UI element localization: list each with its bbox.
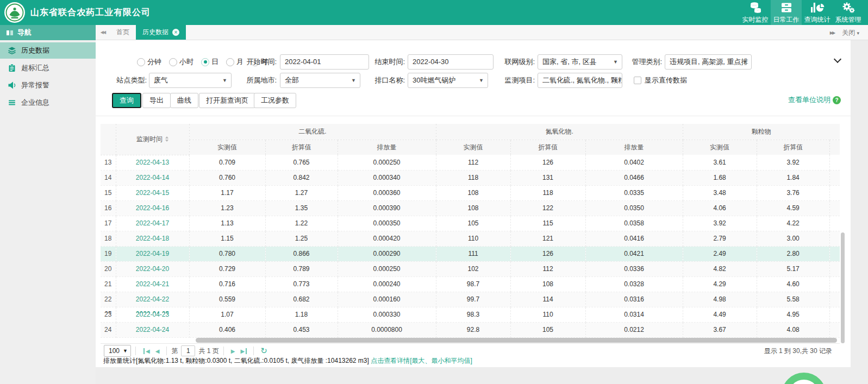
table-row[interactable]: 152022-04-151.171.270.0003601081180.0335… xyxy=(101,185,840,200)
sidebar: 导航 历史数据 超标汇总 xyxy=(0,25,96,384)
sidebar-item-company-info[interactable]: 企业信息 xyxy=(0,95,96,111)
station-type-label: 站点类型: xyxy=(103,73,147,88)
corner-header xyxy=(101,124,116,155)
station-type-select[interactable]: 废气▼ xyxy=(149,73,232,88)
content-panel: 分钟 小时 日 月 年 开始时间: 2022-04-01 结束时间: 2022-… xyxy=(96,40,851,367)
date-link[interactable]: 2022-04-19 xyxy=(116,246,189,261)
network-level-select[interactable]: 国家, 省, 市, 区县▼ xyxy=(538,54,622,70)
date-link[interactable]: 2022-04-17 xyxy=(116,216,189,231)
date-link[interactable]: 2022-04-24 xyxy=(116,322,189,337)
data-cell: 115 xyxy=(510,216,585,231)
date-link[interactable]: 2022-04-25 xyxy=(116,306,189,313)
row-index: 21 xyxy=(101,276,116,292)
list-icon xyxy=(8,98,16,107)
date-link[interactable]: 2022-04-13 xyxy=(116,155,189,170)
table-row[interactable]: 212022-04-210.7160.7730.00024098.71080.0… xyxy=(101,276,840,292)
table-row[interactable]: 192022-04-190.7800.8660.0002901111260.04… xyxy=(101,246,840,261)
row-index: 13 xyxy=(101,155,116,170)
page-size-select[interactable]: 100 ▼ xyxy=(104,345,131,357)
sidebar-item-exceed-summary[interactable]: 超标汇总 xyxy=(0,60,96,76)
partial-table-row: 25 2022-04-25 xyxy=(101,306,840,313)
nav-label: 查询统计 xyxy=(804,15,830,24)
end-date-input[interactable]: 2022-04-30 xyxy=(408,54,494,70)
time-column-header[interactable]: 监测时间 xyxy=(116,124,189,155)
nav-daily-work[interactable]: 日常工作 xyxy=(771,0,802,25)
monitor-items-select[interactable]: 二氧化硫., 氮氧化物., 颗粒▼ xyxy=(538,73,622,88)
col-header xyxy=(829,140,840,155)
radio-hour[interactable]: 小时 xyxy=(169,57,193,67)
nav-label: 日常工作 xyxy=(773,15,800,24)
date-link[interactable]: 2022-04-18 xyxy=(116,231,189,246)
sidebar-item-alarm[interactable]: 异常报警 xyxy=(0,77,96,93)
empty-cell xyxy=(829,261,840,276)
data-cell: 4.06 xyxy=(683,200,757,216)
prev-page-icon[interactable]: ◀ xyxy=(153,348,163,354)
table-row[interactable]: 222022-04-220.5590.6820.00016099.71140.0… xyxy=(101,292,840,307)
sort-icon[interactable] xyxy=(165,136,168,142)
page-number-input[interactable]: 1 xyxy=(181,345,195,356)
data-cell: 122 xyxy=(510,200,585,216)
data-cell: 1.15 xyxy=(189,231,265,246)
table-row[interactable]: 172022-04-171.131.220.0003501051150.0358… xyxy=(101,216,840,231)
condition-params-button[interactable]: 工况参数 xyxy=(254,93,296,108)
select-value: 30吨燃气锅炉 xyxy=(413,76,455,84)
tabs-scroll-right-icon[interactable]: ▶▶ xyxy=(830,30,834,35)
first-page-icon[interactable]: ◀ xyxy=(143,348,153,354)
vertical-scrollbar[interactable] xyxy=(841,232,845,343)
data-cell: 0.0000800 xyxy=(338,322,436,337)
curve-button[interactable]: 曲线 xyxy=(170,93,198,108)
tab-history-data[interactable]: 历史数据 × xyxy=(136,25,186,40)
close-tabs-menu[interactable]: 关闭 ▾ xyxy=(842,28,865,37)
tabs-scroll-left-icon[interactable]: ◀◀ xyxy=(96,25,110,40)
floating-widget-icon[interactable] xyxy=(782,373,826,384)
horizontal-scrollbar[interactable] xyxy=(196,338,837,343)
table-row[interactable]: 202022-04-200.7290.7890.0002501021120.03… xyxy=(101,261,840,276)
row-index: 22 xyxy=(101,292,116,307)
start-date-input[interactable]: 2022-04-01 xyxy=(280,54,369,70)
data-cell: 0.773 xyxy=(265,276,338,292)
date-link[interactable]: 2022-04-20 xyxy=(116,261,189,276)
date-link[interactable]: 2022-04-22 xyxy=(116,292,189,307)
nav-system-admin[interactable]: 系统管理 xyxy=(833,0,864,25)
direct-data-checkbox[interactable]: 显示直传数据 xyxy=(634,73,687,88)
table-row[interactable]: 242022-04-240.4060.4530.000080092.81050.… xyxy=(101,322,840,337)
city-select[interactable]: 全部▼ xyxy=(280,73,360,88)
sidebar-item-history-data[interactable]: 历史数据 xyxy=(0,42,96,59)
date-link[interactable]: 2022-04-16 xyxy=(116,200,189,216)
data-cell: 1.25 xyxy=(265,231,338,246)
table-row[interactable]: 162022-04-161.231.350.0003901081220.0350… xyxy=(101,200,840,216)
table-row[interactable]: 182022-04-181.151.250.0004201101210.0416… xyxy=(101,231,840,246)
query-button[interactable]: 查询 xyxy=(112,93,141,108)
data-cell: 3.67 xyxy=(683,322,757,337)
last-page-icon[interactable]: ▶ xyxy=(238,348,247,354)
top-header: 山东省联合农药工业有限公司 实时监控 xyxy=(0,0,868,25)
refresh-icon[interactable]: ↻ xyxy=(260,346,267,356)
data-cell: 4.29 xyxy=(683,276,757,292)
table-row[interactable]: 132022-04-130.7090.7650.0002501121260.04… xyxy=(101,155,840,170)
manage-type-select[interactable]: 违规项目, 高架源, 重点排▼ xyxy=(665,54,752,70)
stats-text: 排放量统计[氮氧化物:1.13 t, 颗粒物:0.0300 t, 二氧化硫.:0… xyxy=(103,357,369,364)
data-cell: 0.729 xyxy=(189,261,265,276)
nav-query-stats[interactable]: 查询统计 xyxy=(802,0,833,25)
data-cell: 0.0212 xyxy=(585,322,683,337)
stats-detail-link[interactable]: 点击查看详情[最大、最小和平均值] xyxy=(371,357,472,364)
tab-home[interactable]: 首页 xyxy=(110,25,136,40)
next-page-icon[interactable]: ▶ xyxy=(228,348,238,354)
date-link[interactable]: 2022-04-15 xyxy=(116,185,189,200)
col-header: 排放量 xyxy=(585,140,683,155)
export-button[interactable]: 导出 xyxy=(142,93,171,108)
radio-minute[interactable]: 分钟 xyxy=(137,57,161,67)
nav-realtime-monitor[interactable]: 实时监控 xyxy=(740,0,771,25)
radio-day[interactable]: 日 xyxy=(201,57,218,67)
tab-close-icon[interactable]: × xyxy=(172,29,179,36)
collapse-filters-icon[interactable] xyxy=(834,56,841,62)
open-new-query-button[interactable]: 打开新查询页 xyxy=(199,93,255,108)
outlet-select[interactable]: 30吨燃气锅炉▼ xyxy=(408,73,488,88)
table-row[interactable]: 142022-04-140.7600.8420.0003401181310.04… xyxy=(101,170,840,185)
date-link[interactable]: 2022-04-14 xyxy=(116,170,189,185)
unit-description-link[interactable]: 查看单位说明 ? xyxy=(788,95,841,105)
chevron-down-icon: ▼ xyxy=(742,55,747,69)
date-link[interactable]: 2022-04-21 xyxy=(116,276,189,292)
empty-cell xyxy=(829,170,840,185)
data-cell: 98.7 xyxy=(436,276,510,292)
